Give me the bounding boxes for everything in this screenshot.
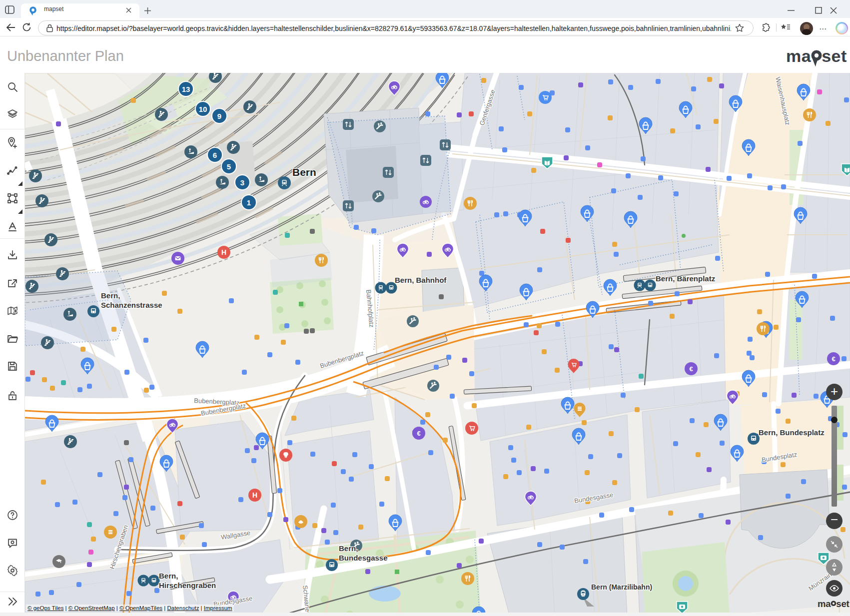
svg-text:H: H (252, 491, 257, 499)
svg-text:Schanzenstrasse: Schanzenstrasse (101, 301, 162, 309)
svg-text:9: 9 (217, 112, 221, 120)
svg-text:Bern,: Bern, (339, 544, 358, 553)
svg-text:Bern,: Bern, (101, 291, 120, 300)
svg-text:Bern, Bärenplatz: Bern, Bärenplatz (656, 274, 715, 283)
svg-text:Hirschengraben: Hirschengraben (159, 581, 216, 590)
svg-text:13: 13 (182, 85, 190, 93)
svg-text:Bern: Bern (292, 166, 316, 178)
svg-text:H: H (221, 248, 226, 256)
svg-text:Bundesgasse: Bundesgasse (339, 554, 388, 562)
svg-text:3: 3 (240, 178, 244, 187)
svg-text:Bern, Bahnhof: Bern, Bahnhof (395, 276, 447, 284)
svg-text:5: 5 (227, 162, 231, 171)
svg-text:€: € (832, 355, 835, 363)
svg-text:€: € (417, 430, 420, 437)
svg-text:Bern,: Bern, (159, 572, 178, 580)
svg-text:1: 1 (247, 198, 251, 207)
svg-text:Bern, Bundesplatz: Bern, Bundesplatz (759, 428, 825, 437)
svg-text:€: € (689, 365, 693, 373)
svg-text:6: 6 (213, 151, 217, 159)
svg-text:10: 10 (199, 105, 207, 113)
svg-text:Bern (Marzilibahn): Bern (Marzilibahn) (591, 583, 652, 591)
